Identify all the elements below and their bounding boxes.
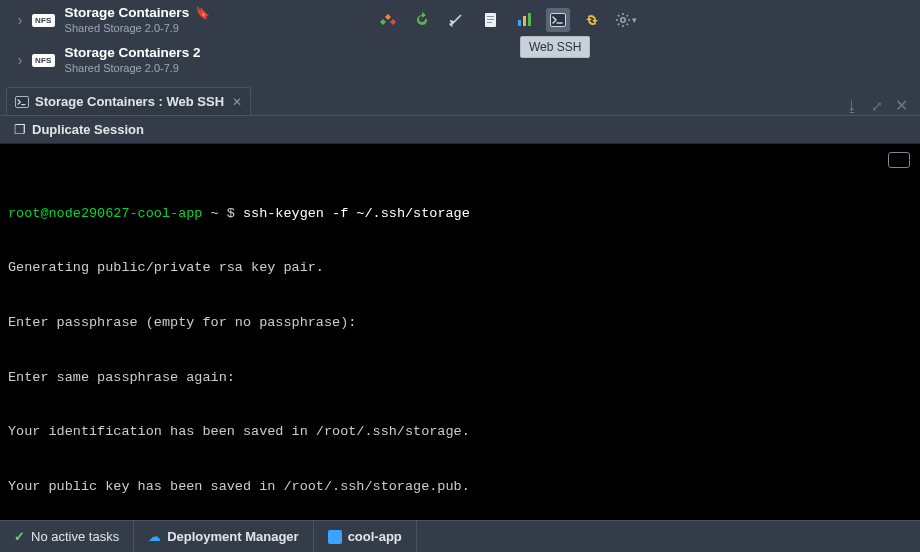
tooltip: Web SSH [520, 36, 590, 58]
config-icon[interactable] [444, 8, 468, 32]
web-ssh-icon[interactable] [546, 8, 570, 32]
status-app[interactable]: cool-app [314, 521, 417, 552]
expand-icon[interactable]: › [14, 12, 26, 28]
close-panel-icon[interactable]: ✕ [895, 96, 908, 115]
cloud-up-icon: ☁ [148, 529, 161, 544]
node-name: Storage Containers 2 [65, 45, 201, 62]
deploy-label: Deployment Manager [167, 529, 298, 544]
tab-web-ssh[interactable]: Storage Containers : Web SSH ✕ [6, 87, 251, 115]
nfs-badge-icon: NFS [32, 54, 55, 67]
terminal[interactable]: root@node290627-cool-app ~ $ ssh-keygen … [0, 144, 920, 520]
tab-close-icon[interactable]: ✕ [232, 95, 242, 109]
svg-rect-3 [487, 22, 492, 23]
svg-rect-7 [551, 14, 566, 27]
tag-icon[interactable]: 🔖 [195, 6, 210, 21]
duplicate-session-label: Duplicate Session [32, 122, 144, 137]
status-bar: ✓ No active tasks ☁ Deployment Manager c… [0, 520, 920, 552]
tab-strip: Storage Containers : Web SSH ✕ ⭳ ⤢ ✕ [0, 84, 920, 116]
svg-rect-5 [523, 16, 526, 26]
svg-rect-4 [518, 20, 521, 26]
node-subtitle: Shared Storage 2.0-7.9 [65, 62, 201, 76]
duplicate-icon: ❐ [14, 122, 26, 137]
terminal-icon [15, 96, 29, 108]
tasks-label: No active tasks [31, 529, 119, 544]
node-toolbar: ▾ [376, 8, 638, 32]
check-icon: ✓ [14, 529, 25, 544]
redeploy-icon[interactable] [580, 8, 604, 32]
svg-rect-1 [487, 16, 494, 17]
app-label: cool-app [348, 529, 402, 544]
settings-gear-icon[interactable]: ▾ [614, 8, 638, 32]
node-tree: › NFS Storage Containers🔖 Shared Storage… [0, 0, 920, 84]
tab-title: Storage Containers : Web SSH [35, 94, 224, 109]
expand-icon[interactable]: ⤢ [871, 98, 883, 114]
node-name: Storage Containers [65, 5, 190, 22]
duplicate-session-bar[interactable]: ❐ Duplicate Session [0, 116, 920, 144]
restart-icon[interactable] [410, 8, 434, 32]
status-tasks[interactable]: ✓ No active tasks [0, 521, 134, 552]
svg-rect-2 [487, 19, 494, 20]
term-output: Your public key has been saved in /root/… [8, 478, 912, 496]
tree-row-storage-containers-2[interactable]: › NFS Storage Containers 2 Shared Storag… [0, 40, 920, 80]
term-output: Your identification has been saved in /r… [8, 423, 912, 441]
addons-icon[interactable] [376, 8, 400, 32]
svg-point-8 [621, 18, 625, 22]
term-output: Enter passphrase (empty for no passphras… [8, 314, 912, 332]
log-icon[interactable] [478, 8, 502, 32]
keyboard-icon[interactable] [888, 152, 910, 168]
download-icon[interactable]: ⭳ [845, 98, 859, 114]
nfs-badge-icon: NFS [32, 14, 55, 27]
app-icon [328, 530, 342, 544]
status-deployment-manager[interactable]: ☁ Deployment Manager [134, 521, 313, 552]
term-output: Generating public/private rsa key pair. [8, 259, 912, 277]
expand-icon[interactable]: › [14, 52, 26, 68]
svg-rect-9 [16, 96, 29, 107]
svg-rect-6 [528, 13, 531, 26]
node-subtitle: Shared Storage 2.0-7.9 [65, 22, 211, 36]
term-output: Enter same passphrase again: [8, 369, 912, 387]
stats-icon[interactable] [512, 8, 536, 32]
